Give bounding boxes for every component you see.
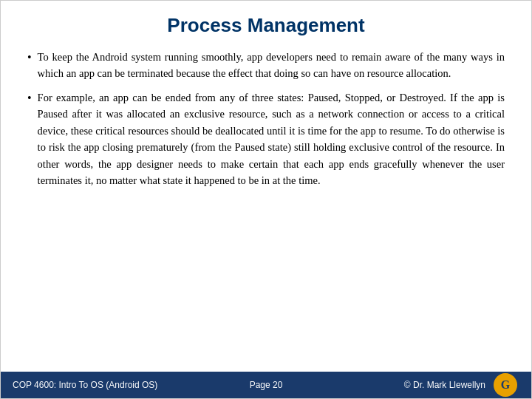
footer-copyright: © Dr. Mark Llewellyn bbox=[404, 380, 485, 390]
bullet-list: • To keep the Android system running smo… bbox=[27, 49, 505, 189]
bullet-icon: • bbox=[27, 49, 32, 67]
slide-content: • To keep the Android system running smo… bbox=[27, 49, 505, 197]
bullet-icon: • bbox=[27, 89, 32, 108]
footer-course: COP 4600: Intro To OS (Android OS) bbox=[13, 380, 182, 390]
slide-body: Process Management • To keep the Android… bbox=[1, 1, 531, 372]
list-item: • For example, an app can be ended from … bbox=[27, 89, 505, 189]
logo-circle: G bbox=[494, 373, 517, 397]
bullet-text-2: For example, an app can be ended from an… bbox=[38, 89, 505, 189]
slide-title: Process Management bbox=[27, 14, 505, 37]
logo-letter: G bbox=[501, 378, 510, 392]
footer-right: © Dr. Mark Llewellyn G bbox=[350, 375, 519, 395]
slide-container: Process Management • To keep the Android… bbox=[0, 0, 532, 399]
list-item: • To keep the Android system running smo… bbox=[27, 49, 505, 82]
bullet-text-1: To keep the Android system running smoot… bbox=[38, 49, 505, 82]
footer-page: Page 20 bbox=[182, 380, 351, 390]
slide-footer: COP 4600: Intro To OS (Android OS) Page … bbox=[1, 372, 531, 398]
footer-logo: G bbox=[491, 375, 519, 395]
